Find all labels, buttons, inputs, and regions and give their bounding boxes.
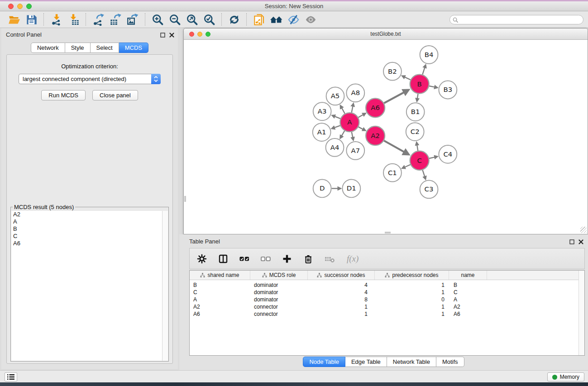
function-builder-icon[interactable]: f(x) bbox=[347, 254, 359, 264]
table-cell[interactable]: dominator bbox=[250, 289, 308, 295]
network-window-titlebar[interactable]: testGlobe.txt bbox=[184, 29, 588, 40]
new-network-from-selection-icon[interactable] bbox=[250, 12, 268, 27]
graph-edge[interactable] bbox=[341, 108, 344, 114]
table-row[interactable]: A2connector11A2 bbox=[190, 303, 584, 310]
tab-mcds[interactable]: MCDS bbox=[119, 43, 148, 53]
network-vertical-scroll-thumb[interactable] bbox=[184, 196, 186, 202]
column-header-shared-name[interactable]: shared name bbox=[190, 271, 250, 280]
save-session-icon[interactable] bbox=[23, 12, 40, 27]
table-cell[interactable]: C bbox=[449, 289, 487, 295]
delete-table-icon[interactable] bbox=[325, 254, 335, 264]
network-canvas[interactable]: B4B2BB3B1A5A8A6A3AA1A2A4A7C2C4CC1C3DD1 bbox=[184, 40, 587, 234]
node-table-body[interactable]: Bdominator41BCdominator41CAdominator80AA… bbox=[190, 280, 584, 318]
table-cell[interactable]: 0 bbox=[375, 296, 449, 303]
table-cell[interactable]: 4 bbox=[308, 289, 375, 295]
table-cell[interactable]: B bbox=[190, 282, 250, 288]
deselect-all-icon[interactable] bbox=[261, 254, 271, 264]
table-cell[interactable]: dominator bbox=[250, 282, 308, 288]
close-window-button[interactable] bbox=[8, 4, 14, 9]
zoom-in-icon[interactable] bbox=[149, 12, 166, 27]
refresh-icon[interactable] bbox=[225, 12, 243, 27]
network-graph[interactable]: B4B2BB3B1A5A8A6A3AA1A2A4A7C2C4CC1C3DD1 bbox=[184, 40, 587, 234]
graph-edge[interactable] bbox=[417, 94, 418, 99]
tab-select[interactable]: Select bbox=[91, 43, 119, 53]
column-header-successor-nodes[interactable]: successor nodes bbox=[308, 271, 375, 280]
graph-edge[interactable] bbox=[404, 165, 410, 167]
table-cell[interactable]: connector bbox=[250, 311, 308, 317]
table-cell[interactable]: A6 bbox=[190, 311, 250, 317]
network-minimize-button[interactable] bbox=[197, 32, 202, 37]
mcds-result-item[interactable]: A6 bbox=[11, 240, 162, 247]
graph-edge[interactable] bbox=[422, 170, 425, 177]
first-neighbors-icon[interactable] bbox=[268, 12, 285, 27]
tab-edge-table[interactable]: Edge Table bbox=[345, 357, 387, 367]
column-header-mcds-role[interactable]: MCDS role bbox=[250, 271, 308, 280]
graph-edge[interactable] bbox=[335, 116, 340, 119]
mcds-result-item[interactable]: C bbox=[11, 233, 162, 240]
graph-edge[interactable] bbox=[352, 132, 353, 138]
mcds-result-item[interactable]: A2 bbox=[11, 211, 162, 218]
graph-edge[interactable] bbox=[417, 145, 418, 151]
table-cell[interactable]: 1 bbox=[308, 304, 375, 310]
close-panel-button[interactable]: Close panel bbox=[92, 90, 138, 100]
table-cell[interactable]: A bbox=[190, 296, 250, 303]
table-cell[interactable]: 4 bbox=[308, 282, 375, 288]
tab-network-table[interactable]: Network Table bbox=[387, 357, 436, 367]
memory-button[interactable]: Memory bbox=[547, 372, 584, 381]
table-cell[interactable]: C bbox=[190, 289, 250, 295]
tab-network[interactable]: Network bbox=[31, 43, 65, 53]
table-cell[interactable]: A bbox=[449, 296, 487, 303]
table-cell[interactable]: 8 bbox=[308, 296, 375, 303]
table-cell[interactable]: dominator bbox=[250, 296, 308, 303]
tab-style[interactable]: Style bbox=[65, 43, 91, 53]
table-row[interactable]: A6connector11A6 bbox=[190, 310, 584, 318]
graph-edge[interactable] bbox=[384, 141, 405, 152]
mcds-result-list[interactable]: A2ABCA6 bbox=[11, 211, 162, 361]
hide-selected-icon[interactable] bbox=[285, 12, 302, 27]
table-cell[interactable]: 1 bbox=[375, 282, 449, 288]
open-file-icon[interactable] bbox=[5, 12, 23, 27]
network-maximize-button[interactable] bbox=[206, 32, 210, 37]
show-all-icon[interactable] bbox=[302, 12, 319, 27]
graph-edge[interactable] bbox=[429, 86, 435, 87]
table-row[interactable]: Cdominator41C bbox=[190, 289, 584, 296]
graph-edge[interactable] bbox=[334, 125, 340, 128]
optimization-criterion-dropdown[interactable]: largest connected component (directed) bbox=[19, 74, 161, 84]
close-panel-icon[interactable] bbox=[578, 238, 583, 246]
import-network-icon[interactable] bbox=[48, 12, 65, 27]
zoom-fit-icon[interactable] bbox=[183, 12, 201, 27]
column-header-name[interactable]: name bbox=[449, 271, 487, 280]
network-horizontal-scroll-thumb[interactable] bbox=[385, 232, 391, 234]
table-cell[interactable]: A2 bbox=[449, 304, 487, 310]
export-network-icon[interactable] bbox=[90, 12, 107, 27]
mcds-result-item[interactable]: A bbox=[11, 218, 162, 225]
table-cell[interactable]: B bbox=[449, 282, 487, 288]
select-all-icon[interactable] bbox=[239, 254, 249, 264]
table-row[interactable]: Adominator80A bbox=[190, 296, 584, 303]
column-header-predecessor-nodes[interactable]: predecessor nodes bbox=[375, 271, 449, 280]
close-panel-icon[interactable] bbox=[169, 31, 174, 39]
tab-motifs[interactable]: Motifs bbox=[436, 357, 464, 367]
graph-edge[interactable] bbox=[341, 131, 344, 136]
table-cell[interactable]: 1 bbox=[375, 311, 449, 317]
column-view-icon[interactable] bbox=[218, 254, 228, 264]
table-cell[interactable]: A6 bbox=[449, 311, 487, 317]
task-history-button[interactable] bbox=[5, 372, 17, 381]
table-cell[interactable]: connector bbox=[250, 304, 308, 310]
tab-node-table[interactable]: Node Table bbox=[303, 357, 345, 367]
graph-edge[interactable] bbox=[359, 127, 363, 129]
float-panel-icon[interactable] bbox=[569, 238, 574, 246]
graph-edge[interactable] bbox=[422, 67, 425, 74]
zoom-out-icon[interactable] bbox=[166, 12, 183, 27]
search-input[interactable] bbox=[449, 15, 583, 24]
graph-edge[interactable] bbox=[384, 92, 405, 103]
run-mcds-button[interactable]: Run MCDS bbox=[41, 90, 86, 100]
table-cell[interactable]: 1 bbox=[375, 289, 449, 295]
maximize-window-button[interactable] bbox=[26, 4, 32, 9]
export-table-icon[interactable] bbox=[107, 12, 124, 27]
minimize-window-button[interactable] bbox=[17, 4, 23, 9]
delete-column-icon[interactable] bbox=[303, 254, 313, 264]
mcds-result-item[interactable]: B bbox=[11, 225, 162, 233]
table-scrollbar[interactable] bbox=[578, 271, 584, 355]
zoom-selected-icon[interactable] bbox=[201, 12, 218, 27]
